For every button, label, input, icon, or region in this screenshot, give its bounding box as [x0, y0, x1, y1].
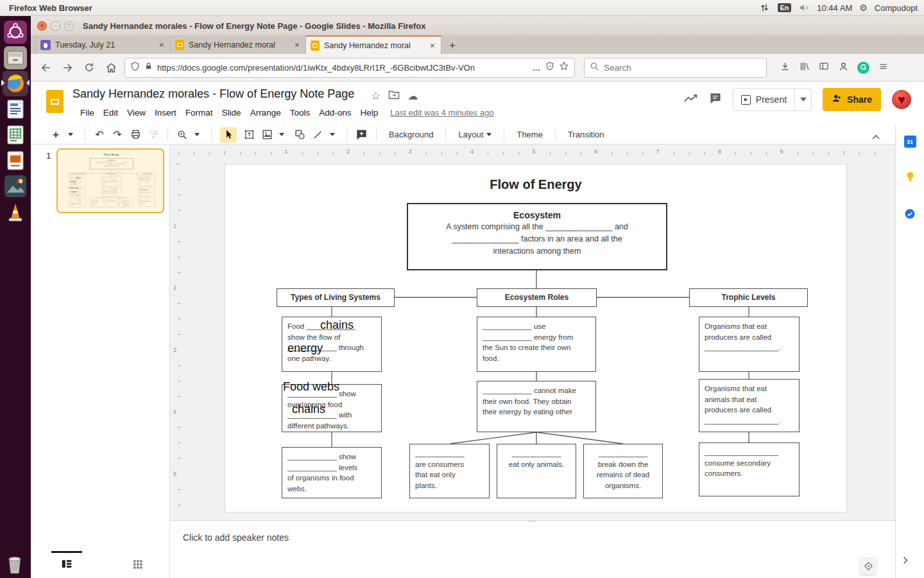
- transition-button[interactable]: Transition: [564, 130, 608, 139]
- keyboard-layout-indicator[interactable]: En: [778, 3, 791, 12]
- dock-item-vlc[interactable]: [3, 199, 28, 225]
- layout-button[interactable]: Layout: [454, 130, 495, 139]
- home-button[interactable]: [103, 59, 119, 76]
- redo-icon[interactable]: ↷: [112, 127, 123, 143]
- search-input[interactable]: [604, 63, 732, 73]
- browser-tab-2[interactable]: Sandy Hernandez moral×: [171, 35, 306, 54]
- new-slide-dropdown-icon[interactable]: [65, 127, 76, 143]
- new-slide-button[interactable]: +: [50, 127, 62, 143]
- page-actions-icon[interactable]: …: [532, 63, 541, 73]
- select-cursor-icon[interactable]: [220, 127, 237, 143]
- typed-answer[interactable]: energy: [287, 342, 323, 355]
- account-icon[interactable]: [838, 61, 849, 74]
- tab-close-icon[interactable]: ×: [158, 40, 166, 50]
- menu-edit[interactable]: Edit: [99, 106, 123, 119]
- background-button[interactable]: Background: [385, 130, 437, 139]
- menu-arrange[interactable]: Arrange: [246, 106, 286, 119]
- dock-item-libreoffice-impress[interactable]: [3, 148, 28, 173]
- url-bar[interactable]: https://docs.google.com/presentation/d/1…: [124, 58, 575, 78]
- dock-item-photos[interactable]: [3, 173, 28, 199]
- insert-image-icon[interactable]: [261, 127, 273, 143]
- grid-view-button[interactable]: [122, 555, 153, 573]
- menu-tools[interactable]: Tools: [286, 106, 315, 119]
- activity-icon[interactable]: [683, 94, 698, 106]
- device-name[interactable]: Compudopt: [875, 3, 918, 13]
- clock[interactable]: 10:44 AM: [817, 3, 852, 13]
- browser-tab-3[interactable]: Sandy Hernandez moral×: [306, 35, 441, 54]
- forward-button[interactable]: [59, 59, 76, 76]
- print-icon[interactable]: [130, 127, 141, 143]
- undo-icon[interactable]: ↶: [94, 127, 105, 143]
- dock-item-ubuntu[interactable]: [3, 19, 28, 45]
- menu-insert[interactable]: Insert: [150, 106, 181, 119]
- insert-comment-icon[interactable]: [355, 127, 368, 143]
- present-button-main[interactable]: ▶ Present: [733, 89, 794, 110]
- new-tab-button[interactable]: +: [444, 37, 461, 54]
- last-edit-link[interactable]: Last edit was 4 minutes ago: [390, 108, 493, 118]
- document-title[interactable]: Sandy Hernandez morales - Flow of Energy…: [73, 87, 354, 101]
- volume-muted-icon[interactable]: [798, 0, 810, 15]
- reload-button[interactable]: [81, 59, 98, 76]
- explore-button[interactable]: [859, 557, 877, 575]
- permissions-shield-icon[interactable]: [130, 62, 140, 74]
- notes-resize-handle[interactable]: ⋯: [522, 516, 543, 526]
- typed-answer[interactable]: Food webs: [283, 380, 339, 394]
- search-bar[interactable]: [584, 58, 767, 78]
- menu-hamburger-icon[interactable]: [878, 62, 889, 74]
- hide-side-panel-icon[interactable]: [903, 556, 908, 567]
- cloud-saved-icon[interactable]: ☁: [407, 90, 418, 102]
- keep-icon[interactable]: [905, 171, 916, 185]
- zoom-dropdown-icon[interactable]: [191, 127, 203, 143]
- paint-format-icon[interactable]: [148, 127, 159, 143]
- browser-tab-1[interactable]: Tuesday, July 21×: [35, 35, 171, 54]
- settings-gear-icon[interactable]: ⚙: [859, 3, 868, 13]
- url-text[interactable]: https://docs.google.com/presentation/d/1…: [157, 63, 527, 73]
- tasks-icon[interactable]: [904, 208, 916, 222]
- menu-view[interactable]: View: [123, 106, 150, 119]
- star-document-icon[interactable]: ☆: [371, 89, 381, 103]
- insert-line-icon[interactable]: [312, 127, 323, 143]
- slide-thumbnail[interactable]: Flow of EnergyEcosystemA system comprisi…: [56, 148, 164, 213]
- text-box-icon[interactable]: [243, 127, 255, 143]
- bookmark-star-icon[interactable]: [559, 61, 569, 74]
- share-button[interactable]: Share: [823, 88, 881, 111]
- typed-answer[interactable]: chains: [292, 403, 325, 416]
- window-close-button[interactable]: ×: [37, 21, 47, 31]
- typed-answer[interactable]: chains: [320, 319, 354, 332]
- pocket-shield-icon[interactable]: [545, 62, 554, 73]
- move-folder-icon[interactable]: [388, 90, 400, 102]
- back-button[interactable]: [37, 59, 54, 76]
- menu-format[interactable]: Format: [181, 106, 218, 119]
- notes-placeholder[interactable]: Click to add speaker notes: [183, 532, 289, 543]
- dock-item-libreoffice-calc[interactable]: [3, 122, 28, 148]
- tab-close-icon[interactable]: ×: [429, 40, 436, 51]
- tab-close-icon[interactable]: ×: [293, 40, 301, 50]
- insert-shape-icon[interactable]: [294, 127, 305, 143]
- account-avatar[interactable]: ♥: [892, 90, 911, 109]
- present-dropdown[interactable]: [794, 89, 811, 110]
- dock-item-libreoffice-writer[interactable]: [3, 96, 28, 122]
- download-icon[interactable]: [780, 61, 791, 74]
- comments-icon[interactable]: [709, 92, 722, 107]
- menu-help[interactable]: Help: [355, 106, 382, 119]
- calendar-icon[interactable]: 31: [904, 136, 916, 148]
- menu-addons[interactable]: Add-ons: [314, 106, 355, 119]
- network-arrows-icon[interactable]: [759, 0, 771, 15]
- window-minimize-button[interactable]: −: [51, 21, 60, 31]
- slide[interactable]: Flow of EnergyEcosystemA system comprisi…: [225, 164, 847, 512]
- theme-button[interactable]: Theme: [513, 130, 546, 139]
- window-maximize-button[interactable]: □: [64, 21, 74, 31]
- zoom-icon[interactable]: [176, 127, 188, 143]
- line-dropdown-icon[interactable]: [327, 127, 338, 143]
- menu-file[interactable]: File: [76, 106, 99, 119]
- collapse-menus-icon[interactable]: [872, 130, 880, 142]
- menu-slide[interactable]: Slide: [218, 106, 246, 119]
- image-dropdown-icon[interactable]: [276, 127, 287, 143]
- trash-icon[interactable]: [5, 554, 26, 575]
- speaker-notes-panel[interactable]: ⋯ Click to add speaker notes: [170, 520, 895, 578]
- slides-logo-icon[interactable]: [46, 90, 64, 113]
- library-icon[interactable]: [799, 61, 810, 74]
- present-button[interactable]: ▶ Present: [733, 88, 812, 111]
- filmstrip-view-button[interactable]: [51, 555, 82, 573]
- editor-canvas[interactable]: 123456789 12345 Flow of EnergyEcosystemA…: [170, 144, 895, 520]
